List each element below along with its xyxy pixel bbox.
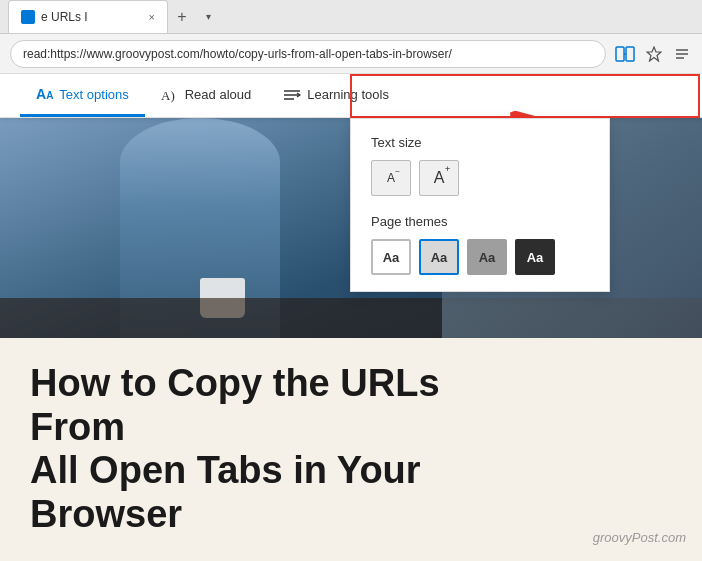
tab-title: e URLs I xyxy=(41,10,88,24)
url-domain: www.groovypost.com xyxy=(86,47,199,61)
text-options-button[interactable]: AA Text options xyxy=(20,74,145,117)
text-options-panel: Text size A− A+ Page themes Aa Aa Aa Aa xyxy=(350,118,610,292)
text-size-increase-button[interactable]: A+ xyxy=(419,160,459,196)
main-content: AA Text options A) Read aloud Learning t… xyxy=(0,74,702,561)
tab-dropdown-button[interactable]: ▾ xyxy=(196,5,220,29)
theme-gray-button[interactable]: Aa xyxy=(467,239,507,275)
tab-bar: e URLs I × + ▾ xyxy=(0,0,702,34)
text-options-icon: AA xyxy=(36,86,53,102)
tab-close-button[interactable]: × xyxy=(149,11,155,23)
new-tab-button[interactable]: + xyxy=(168,3,196,31)
address-bar: read:https://www.groovypost.com/howto/co… xyxy=(0,34,702,74)
read-aloud-icon: A) xyxy=(161,85,179,103)
url-input[interactable]: read:https://www.groovypost.com/howto/co… xyxy=(10,40,606,68)
text-size-label: Text size xyxy=(371,135,589,150)
reader-view-icon[interactable] xyxy=(614,43,636,65)
read-aloud-button[interactable]: A) Read aloud xyxy=(145,74,268,117)
page-themes-label: Page themes xyxy=(371,214,589,229)
svg-marker-3 xyxy=(647,47,661,61)
active-tab[interactable]: e URLs I × xyxy=(8,0,168,33)
svg-text:A): A) xyxy=(161,88,175,103)
url-display: read:https://www.groovypost.com/howto/co… xyxy=(23,47,593,61)
url-path: /howto/copy-urls-from-all-open-tabs-in-b… xyxy=(200,47,452,61)
theme-dark-button[interactable]: Aa xyxy=(515,239,555,275)
learning-tools-icon xyxy=(283,85,301,103)
learning-tools-label: Learning tools xyxy=(307,87,389,102)
svg-rect-1 xyxy=(626,47,634,61)
article-content: How to Copy the URLs From All Open Tabs … xyxy=(0,338,702,557)
text-options-label: Text options xyxy=(59,87,128,102)
watermark: groovyPost.com xyxy=(593,530,686,545)
text-size-decrease-button[interactable]: A− xyxy=(371,160,411,196)
read-aloud-label: Read aloud xyxy=(185,87,252,102)
svg-rect-0 xyxy=(616,47,624,61)
learning-tools-button[interactable]: Learning tools xyxy=(267,74,405,117)
theme-light-gray-button[interactable]: Aa xyxy=(419,239,459,275)
url-prefix: read:https:// xyxy=(23,47,86,61)
tab-favicon xyxy=(21,10,35,24)
page-themes-controls: Aa Aa Aa Aa xyxy=(371,239,589,275)
favorites-icon[interactable] xyxy=(644,44,664,64)
favorites-bar-icon[interactable] xyxy=(672,44,692,64)
text-size-controls: A− A+ xyxy=(371,160,589,196)
reader-toolbar: AA Text options A) Read aloud Learning t… xyxy=(0,74,702,118)
article-title: How to Copy the URLs From All Open Tabs … xyxy=(30,362,490,537)
theme-white-button[interactable]: Aa xyxy=(371,239,411,275)
